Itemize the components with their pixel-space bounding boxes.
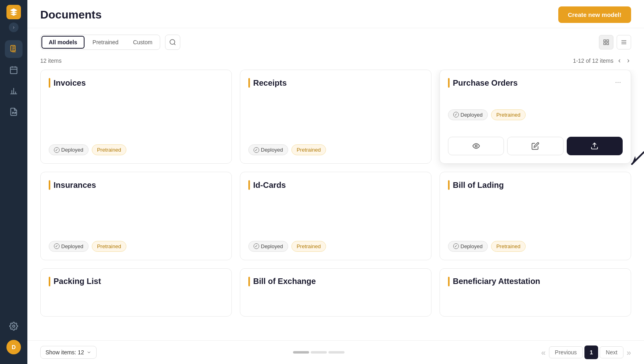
svg-rect-6 xyxy=(607,40,609,42)
card-bill-of-lading-footer: ✓ Deployed Pretrained xyxy=(448,241,623,252)
prev-page-btn[interactable]: ‹ xyxy=(617,56,622,65)
deployed-badge: ✓ Deployed xyxy=(49,144,89,155)
card-bill-of-lading-title: Bill of Lading xyxy=(448,180,504,190)
pretrained-badge: Pretrained xyxy=(92,144,126,155)
svg-point-12 xyxy=(475,145,477,147)
pretrained-badge: Pretrained xyxy=(92,241,126,252)
card-purchase-orders-header: Purchase Orders ··· xyxy=(448,78,623,88)
sidebar-collapse-btn[interactable]: › xyxy=(9,23,19,32)
page-1-btn[interactable]: 1 xyxy=(584,345,598,359)
card-bill-of-lading[interactable]: Bill of Lading ✓ Deployed Pretrained xyxy=(440,172,631,260)
view-action-btn[interactable] xyxy=(448,137,504,155)
sidebar-settings: D xyxy=(5,317,23,359)
toolbar: All models Pretrained Custom xyxy=(27,28,644,56)
page-title: Documents xyxy=(40,8,101,21)
card-title-bar xyxy=(49,78,50,88)
deployed-badge: ✓ Deployed xyxy=(248,144,288,155)
card-id-cards-header: Id-Cards xyxy=(248,180,423,190)
search-button[interactable] xyxy=(165,35,180,50)
sidebar-avatar[interactable]: D xyxy=(6,340,21,354)
card-packing-list[interactable]: Packing List xyxy=(40,268,232,317)
card-insurances-title: Insurances xyxy=(49,180,96,190)
main-content: Documents Create new model! All models P… xyxy=(27,0,644,364)
svg-rect-7 xyxy=(604,43,606,45)
card-purchase-orders-title: Purchase Orders xyxy=(448,78,518,88)
bottom-pagination: « Previous 1 Next » xyxy=(541,345,631,359)
sidebar-logo[interactable] xyxy=(6,5,21,19)
card-bill-of-exchange-title: Bill of Exchange xyxy=(248,277,316,286)
sidebar-item-chart[interactable] xyxy=(5,82,23,100)
next-page-btn[interactable]: › xyxy=(625,56,631,65)
pretrained-badge: Pretrained xyxy=(491,109,526,120)
card-receipts-title: Receipts xyxy=(248,78,287,88)
card-invoices-footer: ✓ Deployed Pretrained xyxy=(49,144,223,155)
filter-custom-btn[interactable]: Custom xyxy=(126,35,159,49)
create-model-button[interactable]: Create new model! xyxy=(558,6,631,23)
deployed-badge: ✓ Deployed xyxy=(448,241,488,252)
sidebar: › D xyxy=(0,0,27,364)
svg-rect-2 xyxy=(10,67,17,74)
deploy-action-btn[interactable] xyxy=(567,137,623,155)
card-insurances-footer: ✓ Deployed Pretrained xyxy=(49,241,223,252)
edit-action-btn[interactable] xyxy=(507,137,563,155)
card-bill-of-exchange-header: Bill of Exchange xyxy=(248,277,423,286)
pretrained-badge: Pretrained xyxy=(291,241,326,252)
deployed-badge: ✓ Deployed xyxy=(448,109,488,120)
deployed-badge: ✓ Deployed xyxy=(49,241,89,252)
toolbar-right xyxy=(599,35,631,49)
deployed-badge: ✓ Deployed xyxy=(248,241,288,252)
card-purchase-orders-footer: ✓ Deployed Pretrained xyxy=(448,109,623,120)
pretrained-badge: Pretrained xyxy=(291,144,326,155)
card-insurances-header: Insurances xyxy=(49,180,223,190)
card-beneficiary-attestation-header: Beneficiary Attestation xyxy=(448,277,623,286)
card-insurances[interactable]: Insurances ✓ Deployed Pretrained xyxy=(40,172,232,260)
card-id-cards-footer: ✓ Deployed Pretrained xyxy=(248,241,423,252)
svg-line-14 xyxy=(632,152,644,164)
card-invoices-title: Invoices xyxy=(49,78,86,88)
card-id-cards-title: Id-Cards xyxy=(248,180,286,190)
card-packing-list-header: Packing List xyxy=(49,277,223,286)
show-items-select[interactable]: Show items: 12 xyxy=(40,346,97,359)
card-receipts-header: Receipts xyxy=(248,78,423,88)
card-bill-of-exchange[interactable]: Bill of Exchange xyxy=(240,268,431,317)
header: Documents Create new model! xyxy=(27,0,644,28)
pagination-nav: 1-12 of 12 items ‹ › xyxy=(573,56,631,65)
sidebar-item-calendar[interactable] xyxy=(5,61,23,79)
items-count: 12 items xyxy=(40,58,62,64)
toolbar-left: All models Pretrained Custom xyxy=(40,35,180,50)
bottom-scroll-indicator xyxy=(293,351,345,354)
svg-marker-15 xyxy=(632,156,636,164)
sidebar-item-docs[interactable] xyxy=(5,40,23,58)
filter-pretrained-btn[interactable]: Pretrained xyxy=(85,35,126,49)
svg-point-4 xyxy=(170,39,175,44)
card-invoices[interactable]: Invoices ✓ Deployed Pretrained xyxy=(40,70,232,164)
list-view-btn[interactable] xyxy=(617,35,631,49)
pretrained-badge: Pretrained xyxy=(491,241,526,252)
card-purchase-orders[interactable]: Purchase Orders ··· ✓ Deployed Pretraine… xyxy=(440,70,631,164)
card-packing-list-title: Packing List xyxy=(49,277,101,286)
bottom-bar: Show items: 12 « Previous 1 Next » xyxy=(27,340,644,364)
sidebar-item-pdf[interactable] xyxy=(5,103,23,121)
card-receipts[interactable]: Receipts ✓ Deployed Pretrained xyxy=(240,70,431,164)
count-row: 12 items 1-12 of 12 items ‹ › xyxy=(27,56,644,70)
svg-rect-1 xyxy=(12,50,16,53)
filter-all-btn[interactable]: All models xyxy=(41,36,85,49)
card-id-cards[interactable]: Id-Cards ✓ Deployed Pretrained xyxy=(240,172,431,260)
card-receipts-footer: ✓ Deployed Pretrained xyxy=(248,144,423,155)
card-menu-button[interactable]: ··· xyxy=(613,78,623,86)
sidebar-item-settings[interactable] xyxy=(5,317,23,335)
card-beneficiary-attestation[interactable]: Beneficiary Attestation xyxy=(440,268,631,317)
pagination-label: 1-12 of 12 items xyxy=(573,58,613,64)
cards-grid: Invoices ✓ Deployed Pretrained Receipts xyxy=(27,70,644,340)
card-invoices-header: Invoices xyxy=(49,78,223,88)
grid-view-btn[interactable] xyxy=(599,35,613,49)
sidebar-nav xyxy=(5,40,23,317)
previous-btn[interactable]: Previous xyxy=(549,346,583,358)
filter-group: All models Pretrained Custom xyxy=(40,35,160,50)
next-btn[interactable]: Next xyxy=(600,346,623,358)
card-bill-of-lading-header: Bill of Lading xyxy=(448,180,623,190)
svg-rect-5 xyxy=(604,40,606,42)
card-beneficiary-attestation-title: Beneficiary Attestation xyxy=(448,277,540,286)
svg-point-3 xyxy=(12,325,15,327)
card-purchase-orders-actions xyxy=(448,137,623,155)
